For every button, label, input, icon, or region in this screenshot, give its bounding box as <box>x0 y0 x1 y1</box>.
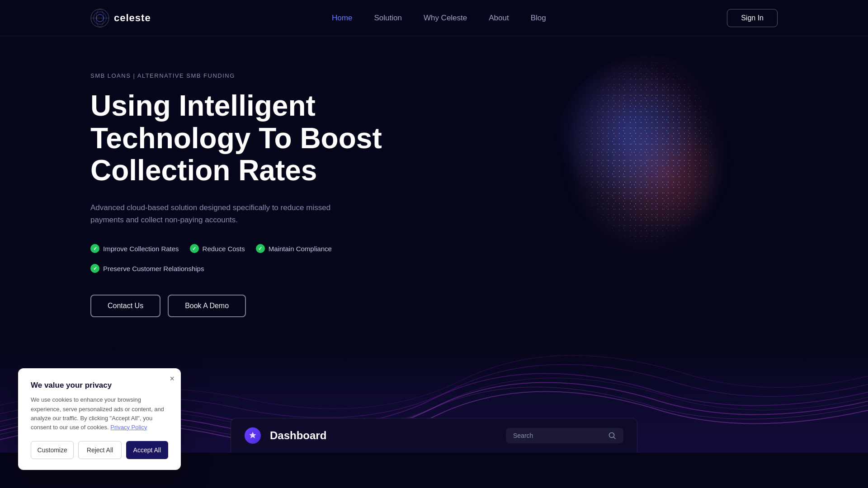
reject-all-button[interactable]: Reject All <box>78 441 121 459</box>
cookie-buttons: Customize Reject All Accept All <box>31 441 168 459</box>
feature-item: Maintain Compliance <box>256 244 332 253</box>
cookie-banner: × We value your privacy We use cookies t… <box>18 368 181 470</box>
logo-icon <box>90 9 109 28</box>
dashboard-preview: Dashboard Search <box>231 418 637 453</box>
feature-label: Preserve Customer Relationships <box>103 265 204 272</box>
cookie-close-button[interactable]: × <box>170 375 175 383</box>
navbar: celeste Home Solution Why Celeste About … <box>0 0 868 36</box>
feature-item: Preserve Customer Relationships <box>90 264 204 273</box>
feature-label: Maintain Compliance <box>269 245 332 253</box>
feature-item: Improve Collection Rates <box>90 244 179 253</box>
hero-title: Using Intelligent Technology To Boost Co… <box>90 90 407 187</box>
cookie-title: We value your privacy <box>31 381 168 390</box>
search-icon <box>608 432 616 440</box>
nav-blog[interactable]: Blog <box>531 14 546 22</box>
search-placeholder: Search <box>513 432 604 439</box>
book-demo-button[interactable]: Book A Demo <box>168 295 246 317</box>
dashboard-search[interactable]: Search <box>506 428 623 443</box>
sign-in-button[interactable]: Sign In <box>727 9 778 27</box>
privacy-policy-link[interactable]: Privacy Policy <box>110 424 147 431</box>
logo[interactable]: celeste <box>90 9 151 28</box>
hero-figure <box>552 55 778 290</box>
feature-check-icon <box>90 244 99 253</box>
nav-home[interactable]: Home <box>332 14 352 22</box>
feature-check-icon <box>190 244 199 253</box>
hero-buttons: Contact Us Book A Demo <box>90 295 407 317</box>
nav-solution[interactable]: Solution <box>374 14 401 22</box>
hero-visual <box>407 82 778 308</box>
feature-check-icon <box>256 244 265 253</box>
feature-item: Reduce Costs <box>190 244 245 253</box>
dashboard-title: Dashboard <box>270 429 326 442</box>
hero-features: Improve Collection Rates Reduce Costs Ma… <box>90 244 407 273</box>
hero-section: SMB LOANS | ALTERNATIVE SMB FUNDING Usin… <box>0 36 868 344</box>
feature-check-icon <box>90 264 99 273</box>
brand-name: celeste <box>114 12 151 24</box>
dashboard-icon <box>245 427 261 444</box>
nav-links: Home Solution Why Celeste About Blog <box>332 14 546 23</box>
nav-about[interactable]: About <box>489 14 509 22</box>
customize-button[interactable]: Customize <box>31 441 74 459</box>
particle-figure <box>552 55 741 272</box>
hero-subtitle: SMB LOANS | ALTERNATIVE SMB FUNDING <box>90 72 407 79</box>
accept-all-button[interactable]: Accept All <box>126 441 168 459</box>
contact-us-button[interactable]: Contact Us <box>90 295 160 317</box>
nav-why-celeste[interactable]: Why Celeste <box>424 14 467 22</box>
cookie-body: We use cookies to enhance your browsing … <box>31 395 168 432</box>
hero-content: SMB LOANS | ALTERNATIVE SMB FUNDING Usin… <box>90 72 407 317</box>
feature-label: Reduce Costs <box>203 245 245 253</box>
hero-description: Advanced cloud-based solution designed s… <box>90 202 344 226</box>
feature-label: Improve Collection Rates <box>103 245 179 253</box>
dots-overlay <box>552 55 741 272</box>
